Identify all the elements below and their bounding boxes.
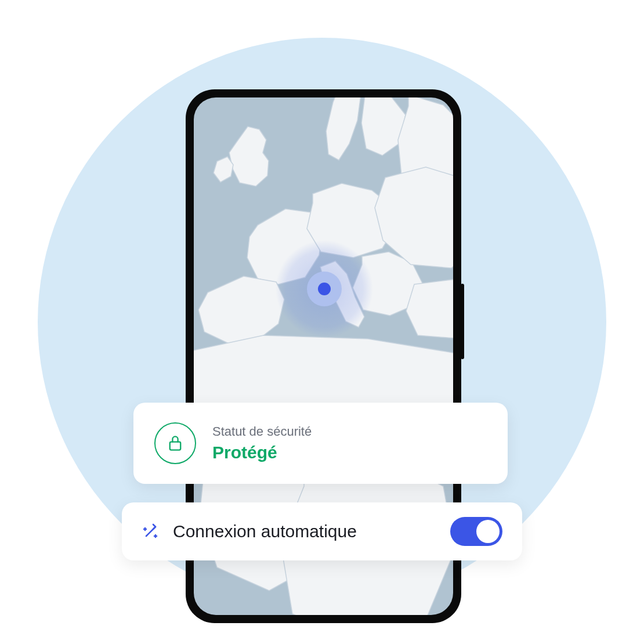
security-status-label: Statut de sécurité	[212, 424, 312, 439]
autoconnect-label: Connexion automatique	[173, 522, 357, 541]
lock-icon	[167, 435, 183, 452]
phone-side-button	[461, 284, 464, 359]
svg-rect-0	[170, 442, 180, 450]
toggle-knob	[476, 520, 500, 543]
magic-wand-icon	[142, 522, 160, 541]
lock-icon-circle	[154, 422, 196, 464]
security-status-value: Protégé	[212, 443, 312, 462]
autoconnect-toggle[interactable]	[450, 517, 502, 546]
security-status-card: Statut de sécurité Protégé	[133, 403, 508, 484]
autoconnect-card: Connexion automatique	[122, 502, 522, 560]
